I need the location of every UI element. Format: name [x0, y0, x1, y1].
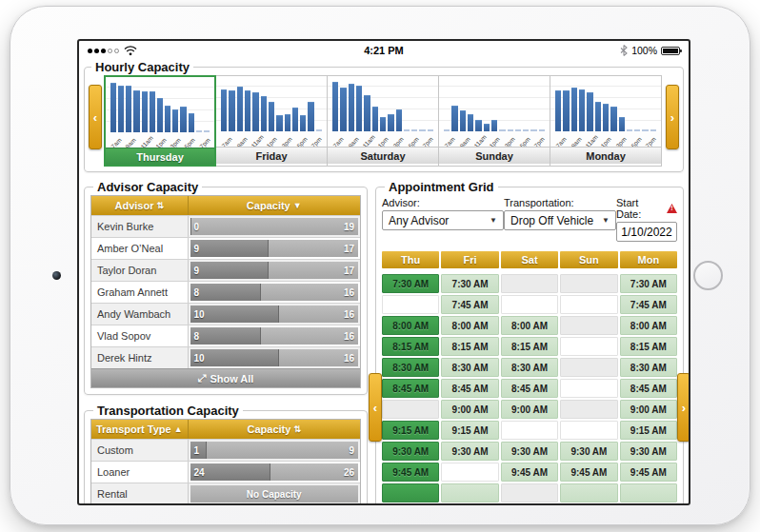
time-slot-avail[interactable]: 9:30 AM	[441, 442, 498, 461]
day-card-friday[interactable]: 7am9am11am1pm3pm5pm7pmFriday	[215, 75, 328, 167]
advisor-select[interactable]: Any Advisor ▼	[382, 210, 504, 230]
start-date-input[interactable]	[616, 222, 677, 242]
day-card-saturday[interactable]: 7am9am11am1pm3pm5pm7pmSaturday	[327, 75, 439, 167]
transport-type-column-header[interactable]: Transport Type ▲	[91, 420, 189, 439]
chart-bar	[204, 130, 210, 132]
time-slot-white	[501, 421, 558, 440]
time-slot-avail[interactable]: 8:15 AM	[441, 337, 498, 356]
start-date-label: Start Date:	[616, 197, 664, 220]
time-slot-avail[interactable]: 8:45 AM	[501, 379, 558, 398]
time-slot-avail[interactable]: 8:00 AM	[441, 316, 498, 335]
time-slot-avail[interactable]	[560, 483, 617, 502]
capacity-track: 816	[190, 327, 358, 345]
grid-next-button[interactable]: ›	[677, 373, 690, 442]
time-slot-sel[interactable]: 8:00 AM	[382, 316, 439, 335]
chart-bar	[515, 129, 521, 131]
grid-day-header: Fri	[441, 251, 498, 268]
time-slot-avail[interactable]: 7:30 AM	[620, 274, 677, 293]
table-row: Kevin Burke019	[91, 215, 360, 237]
time-slot-white	[560, 379, 617, 398]
time-slot-avail[interactable]: 7:30 AM	[441, 274, 498, 293]
time-slot-avail[interactable]: 8:15 AM	[501, 337, 558, 356]
time-slot-avail[interactable]: 8:45 AM	[441, 379, 498, 398]
show-all-button[interactable]: ⤢ Show All	[91, 368, 360, 387]
advisor-capacity-panel: Advisor Capacity Advisor ⇅ Capacity ▼	[84, 180, 368, 395]
time-slot-avail[interactable]: 9:45 AM	[560, 463, 617, 482]
time-slot-sel[interactable]: 7:30 AM	[382, 274, 439, 293]
time-slot-sel[interactable]: 8:30 AM	[382, 358, 439, 377]
time-slot-sel[interactable]: 8:15 AM	[382, 337, 439, 356]
capacity-track: 816	[190, 284, 358, 301]
grid-prev-button[interactable]: ‹	[369, 373, 382, 442]
day-card-sunday[interactable]: 7am9am11am1pm3pm5pm7pmSunday	[438, 75, 550, 167]
time-slot-avail[interactable]: 9:45 AM	[620, 463, 677, 482]
time-slot-avail[interactable]: 9:00 AM	[441, 400, 498, 419]
battery-icon	[661, 47, 680, 55]
total-count: 16	[344, 309, 354, 320]
chart-bar	[180, 107, 186, 132]
expand-icon: ⤢	[198, 372, 207, 384]
total-count: 9	[349, 445, 354, 456]
carousel-next-button[interactable]: ›	[666, 85, 679, 149]
chart-bar	[579, 89, 585, 131]
capacity-cell: No Capacity	[189, 483, 360, 504]
time-slot-avail[interactable]: 9:30 AM	[560, 442, 617, 461]
chart-bar	[642, 129, 648, 131]
capacity-column-header[interactable]: Capacity ⇅	[189, 420, 360, 439]
chart-bar	[419, 129, 425, 131]
time-slot-avail[interactable]	[620, 483, 677, 502]
time-slot-avail[interactable]: 9:15 AM	[441, 421, 498, 440]
chart-x-labels: 7am9am11am1pm3pm5pm7pm	[216, 131, 327, 147]
time-slot-avail[interactable]: 7:45 AM	[441, 295, 498, 314]
time-slot-avail[interactable]	[441, 483, 498, 502]
day-card-thursday[interactable]: 7am9am11am1pm3pm5pm7pmThursday	[104, 75, 216, 167]
grid-row: 9:45 AM9:45 AM9:45 AM9:45 AM	[382, 463, 677, 482]
chart-bar	[650, 129, 656, 131]
chart-bar	[189, 113, 194, 132]
time-slot-avail[interactable]: 9:30 AM	[501, 442, 558, 461]
time-slot-avail[interactable]: 8:30 AM	[620, 358, 677, 377]
time-slot-avail[interactable]: 8:45 AM	[620, 379, 677, 398]
time-slot-sel[interactable]: 9:45 AM	[382, 463, 439, 482]
grid-row: 9:30 AM9:30 AM9:30 AM9:30 AM9:30 AM	[382, 442, 677, 461]
time-slot-avail[interactable]: 8:00 AM	[620, 316, 677, 335]
time-slot-avail[interactable]: 9:00 AM	[501, 400, 558, 419]
time-slot-gray	[560, 274, 617, 293]
time-slot-avail[interactable]: 9:30 AM	[620, 442, 677, 461]
transportation-capacity-title: Transportation Capacity	[93, 404, 243, 418]
time-slot-avail[interactable]: 8:00 AM	[501, 316, 558, 335]
time-slot-sel[interactable]	[382, 483, 439, 502]
capacity-fill	[190, 262, 270, 279]
day-card-monday[interactable]: 7am9am11am1pm3pm5pm7pmMonday	[550, 75, 662, 167]
time-slot-avail[interactable]: 8:30 AM	[501, 358, 558, 377]
time-slot-sel[interactable]: 9:15 AM	[382, 421, 439, 440]
capacity-cell: 917	[189, 238, 360, 259]
grid-header-row: ThuFriSatSunMon	[382, 251, 677, 268]
chart-bar	[530, 129, 536, 131]
time-slot-gray	[560, 358, 617, 377]
time-slot-avail[interactable]: 8:15 AM	[620, 337, 677, 356]
time-slot-avail[interactable]: 9:15 AM	[620, 421, 677, 440]
time-slot-avail[interactable]: 7:45 AM	[620, 295, 677, 314]
chart-bar	[110, 83, 116, 132]
used-count: 10	[194, 309, 205, 320]
time-slot-avail[interactable]: 8:30 AM	[441, 358, 498, 377]
carousel-prev-button[interactable]: ‹	[89, 85, 102, 149]
transport-table-body: Custom19Loaner2426RentalNo Capacity	[91, 439, 360, 504]
row-name: Kevin Burke	[91, 216, 189, 237]
time-slot-sel[interactable]: 8:45 AM	[382, 379, 439, 398]
time-slot-avail[interactable]: 9:45 AM	[501, 463, 558, 482]
advisor-column-header[interactable]: Advisor ⇅	[91, 196, 189, 215]
capacity-column-header[interactable]: Capacity ▼	[189, 196, 360, 215]
chart-bar	[539, 129, 545, 131]
home-button[interactable]	[693, 261, 723, 290]
capacity-fill	[190, 240, 270, 257]
time-slot-sel[interactable]: 9:30 AM	[382, 442, 439, 461]
capacity-cell: 1016	[189, 304, 360, 325]
transportation-select[interactable]: Drop Off Vehicle ▼	[504, 210, 616, 230]
chart-bar	[388, 114, 393, 131]
chevron-right-icon: ›	[670, 110, 674, 125]
time-slot-avail[interactable]: 9:00 AM	[620, 400, 677, 419]
chart-x-labels: 7am9am11am1pm3pm5pm7pm	[106, 132, 214, 148]
used-count: 0	[194, 222, 200, 232]
